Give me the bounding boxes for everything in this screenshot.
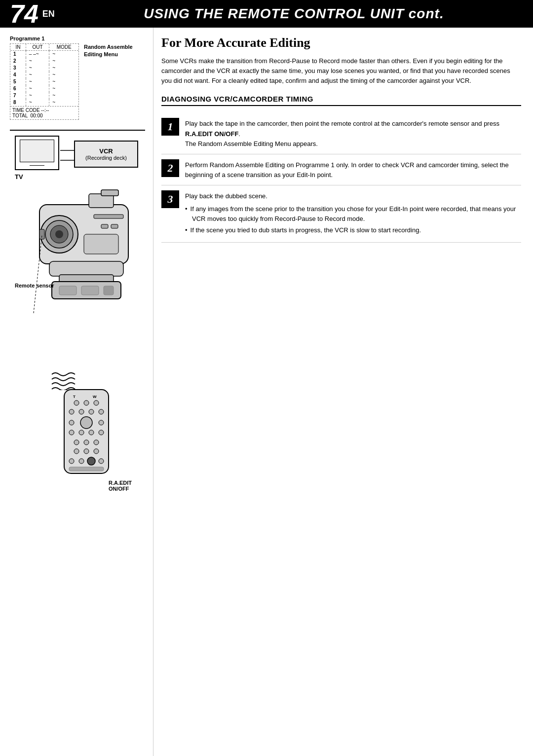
svg-line-20 — [34, 235, 42, 313]
table-row: 3 ~ ~ — [10, 65, 78, 72]
svg-rect-10 — [101, 224, 108, 228]
row-mode: ~ — [49, 92, 78, 99]
svg-point-25 — [84, 400, 89, 405]
row-mode: ~ — [49, 78, 78, 85]
svg-point-35 — [79, 430, 84, 435]
svg-point-27 — [69, 409, 74, 414]
step-3-bullets: If any images from the scene prior to th… — [185, 204, 521, 235]
row-num: 3 — [10, 65, 26, 72]
svg-point-46 — [87, 457, 95, 465]
svg-rect-14 — [49, 261, 123, 276]
svg-point-37 — [99, 430, 104, 435]
programme-table-wrapper: IN OUT MODE 1 – –~ ~ — [10, 43, 145, 120]
svg-point-38 — [74, 440, 79, 445]
row-mode: ~ — [49, 72, 78, 78]
programme-table: IN OUT MODE 1 – –~ ~ — [10, 43, 79, 120]
vcr-label: VCR — [99, 147, 113, 155]
svg-rect-9 — [94, 215, 123, 218]
section-title: For More Accurate Editing — [161, 36, 521, 50]
table-row: 5 ~ ~ — [10, 78, 78, 85]
tv-box — [15, 136, 59, 170]
diagram-area: TV VCR (Recording deck) — [10, 136, 153, 505]
row-mode: ~ — [49, 99, 78, 106]
tv-base — [30, 165, 44, 168]
tv-screen — [20, 140, 54, 162]
bullet-item: If the scene you tried to dub starts in … — [185, 225, 521, 235]
svg-point-45 — [79, 459, 84, 464]
raedit-label: R.A.EDIT ON/OFF — [109, 480, 132, 492]
svg-point-44 — [69, 459, 74, 464]
table-row: 4 ~ ~ — [10, 72, 78, 78]
svg-rect-18 — [81, 286, 99, 295]
programme-label: Programme 1 — [10, 36, 145, 41]
remote-control-diagram: T W — [59, 387, 114, 486]
svg-point-36 — [89, 430, 94, 435]
bold-raedit: R.A.EDIT ON/OFF — [185, 130, 238, 138]
row-out: ~ — [26, 78, 49, 85]
step-2-content: Perform Random Assemble Editing on Progr… — [185, 159, 521, 180]
svg-rect-48 — [69, 467, 104, 471]
col-header-mode: MODE — [49, 44, 78, 51]
row-out: ~ — [26, 65, 49, 72]
row-out: ~ — [26, 58, 49, 65]
table-row: 8 ~ ~ — [10, 99, 78, 106]
row-out: ~ — [26, 85, 49, 92]
programme-section: Programme 1 IN OUT MODE 1 — [10, 36, 145, 120]
svg-point-39 — [84, 440, 89, 445]
svg-rect-12 — [39, 229, 44, 239]
steps-list: 1 Play back the tape in the camcorder, t… — [161, 113, 521, 242]
step-3: 3 Play back the dubbed scene. If any ima… — [161, 185, 521, 243]
svg-point-24 — [74, 400, 79, 405]
row-out: – –~ — [26, 51, 49, 58]
svg-point-28 — [79, 409, 84, 414]
camcorder-svg — [25, 185, 153, 372]
intro-text: Some VCRs make the transition from Recor… — [161, 56, 521, 86]
vcr-box: VCR (Recording deck) — [74, 141, 138, 168]
row-num: 4 — [10, 72, 26, 78]
svg-rect-13 — [84, 234, 118, 254]
step-1: 1 Play back the tape in the camcorder, t… — [161, 113, 521, 154]
svg-text:T: T — [73, 395, 76, 399]
row-mode: ~ — [49, 51, 78, 58]
tv-label: TV — [15, 173, 23, 180]
table-row: 2 ~ ~ — [10, 58, 78, 65]
svg-rect-17 — [59, 286, 76, 295]
row-mode: ~ — [49, 85, 78, 92]
svg-point-29 — [89, 409, 94, 414]
time-code-label: TIME CODE --:-- — [12, 108, 76, 113]
svg-rect-11 — [111, 224, 118, 228]
row-num: 1 — [10, 51, 26, 58]
row-mode: ~ — [49, 58, 78, 65]
svg-point-34 — [69, 430, 74, 435]
row-num: 2 — [10, 58, 26, 65]
svg-point-47 — [99, 459, 104, 464]
row-num: 5 — [10, 78, 26, 85]
row-out: ~ — [26, 72, 49, 78]
row-out: ~ — [26, 92, 49, 99]
row-out: ~ — [26, 99, 49, 106]
svg-point-33 — [99, 420, 104, 425]
page-header: 74 EN USING THE REMOTE CONTROL UNIT cont… — [0, 0, 533, 28]
step-number-1: 1 — [161, 118, 179, 136]
divider — [10, 130, 145, 131]
svg-text:W: W — [93, 395, 97, 399]
table-row: 6 ~ ~ — [10, 85, 78, 92]
camcorder-diagram — [25, 185, 153, 372]
svg-point-30 — [99, 409, 104, 414]
row-num: 6 — [10, 85, 26, 92]
table-footer: TIME CODE --:-- TOTAL 00:00 — [10, 106, 78, 119]
page-title: USING THE REMOTE CONTROL UNIT cont. — [65, 6, 523, 22]
row-num: 7 — [10, 92, 26, 99]
step-number-2: 2 — [161, 159, 179, 177]
left-column: Programme 1 IN OUT MODE 1 — [0, 28, 153, 756]
svg-point-26 — [94, 400, 99, 405]
svg-point-42 — [84, 449, 89, 454]
svg-rect-19 — [104, 286, 114, 295]
step-1-content: Play back the tape in the camcorder, the… — [185, 118, 521, 148]
table-row: 7 ~ ~ — [10, 92, 78, 99]
svg-point-43 — [94, 449, 99, 454]
subsection-title: DIAGNOSING VCR/CAMCORDER TIMING — [161, 95, 521, 106]
ra-label: Random Assemble Editing Menu — [84, 43, 133, 59]
page-number-suffix: EN — [42, 9, 55, 19]
step-3-content: Play back the dubbed scene. If any image… — [185, 190, 521, 237]
